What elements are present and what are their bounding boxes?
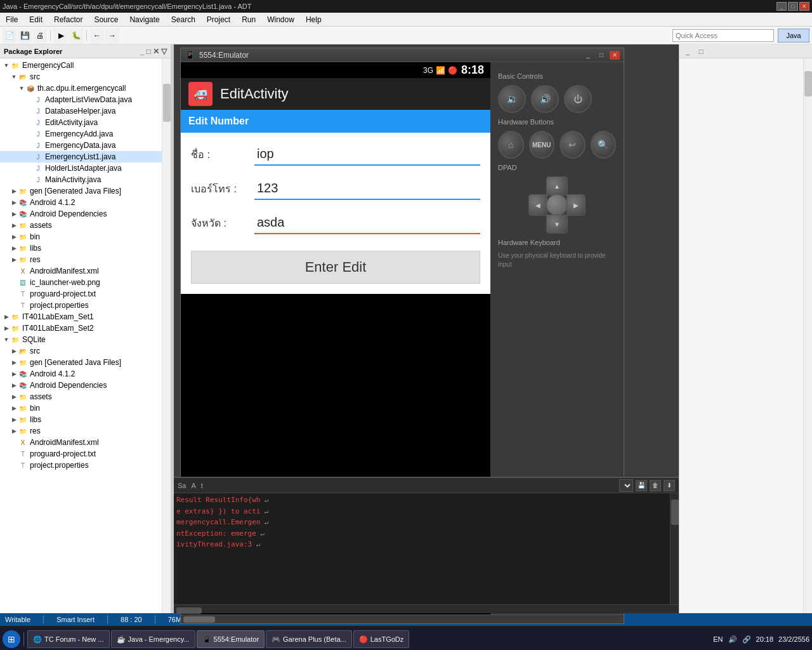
menu-edit[interactable]: Edit [26,14,46,25]
menu-project[interactable]: Project [204,14,233,25]
power-btn[interactable]: ⏻ [564,85,592,113]
log-vscrollbar[interactable] [670,493,679,604]
run-btn[interactable]: ▶ [54,29,68,43]
tree-item-ic-launcher[interactable]: 🖼 ic_launcher-web.png [0,277,162,288]
tree-item-emergencyadd[interactable]: J EmergencyAdd.java [0,128,162,140]
start-button[interactable]: ⊞ [3,630,20,648]
province-input[interactable] [254,211,480,234]
tree-item-it401-1[interactable]: ▶ 📁 IT401LabExam_Set1 [0,311,162,322]
tree-item-project-props[interactable]: T project.properties [0,300,162,311]
tree-item-emergencydata[interactable]: J EmergencyData.java [0,140,162,151]
lib-icon: 📚 [18,197,28,208]
dpad-center-btn[interactable] [546,194,568,216]
back-btn[interactable]: ↩ [560,131,586,159]
menu-help[interactable]: Help [303,14,325,25]
emu-restore-btn[interactable]: □ [596,51,606,60]
clear-log-btn[interactable]: 🗑 [650,480,661,491]
pe-menu-icon[interactable]: ▽ [161,47,167,56]
menu-refactor[interactable]: Refactor [51,14,86,25]
tree-item-res[interactable]: ▶ 📁 res [0,254,162,265]
tree-item-assets[interactable]: ▶ 📁 assets [0,220,162,231]
tree-item-mainactivity[interactable]: J MainActivity.java [0,174,162,185]
save-log-btn[interactable]: 💾 [636,480,647,491]
emu-minimize-btn[interactable]: _ [583,51,593,60]
dpad-up-btn[interactable]: ▲ [546,176,568,196]
dpad-left-btn[interactable]: ◀ [528,194,547,216]
menu-run[interactable]: Run [239,14,259,25]
menu-source[interactable]: Source [91,14,121,25]
enter-edit-button[interactable]: Enter Edit [191,251,480,284]
emu-close-btn[interactable]: ✕ [610,51,620,60]
tree-item-sqlite-android412[interactable]: ▶ 📚 Android 4.1.2 [0,368,162,380]
search-btn[interactable]: 🔍 [591,131,617,159]
console-label2: A [191,482,195,489]
pe-scrollbar[interactable] [162,58,171,613]
name-input[interactable] [254,143,480,166]
tree-item-manifest[interactable]: X AndroidManifest.xml [0,265,162,277]
tree-item-sqlite[interactable]: ▼ 📁 SQLite [0,334,162,345]
phone-input[interactable] [254,177,480,200]
tree-item-sqlite-proguard[interactable]: T proguard-project.txt [0,448,162,460]
tree-item-emergencylist[interactable]: J EmergencyList1.java [0,151,162,162]
tree-item-libs[interactable]: ▶ 📁 libs [0,242,162,254]
tree-item-proguard[interactable]: T proguard-project.txt [0,288,162,300]
tree-item-it401-2[interactable]: ▶ 📁 IT401LabExam_Set2 [0,322,162,334]
home-btn[interactable]: ⌂ [498,131,524,159]
rp-minimize-btn[interactable]: _ [682,46,693,57]
tree-item-android-deps[interactable]: ▶ 📚 Android Dependencies [0,208,162,220]
tree-item-sqlite-src[interactable]: ▶ 📂 src [0,345,162,357]
tree-item-dbhelper[interactable]: J DatabaseHelper.java [0,105,162,117]
tree-item-sqlite-bin[interactable]: ▶ 📁 bin [0,402,162,414]
tree-item-sqlite-gen[interactable]: ▶ 📁 gen [Generated Java Files] [0,357,162,368]
tree-item-holderlist[interactable]: J HolderListAdapter.java [0,162,162,174]
tree-item-sqlite-deps[interactable]: ▶ 📚 Android Dependencies [0,380,162,391]
log-hscrollbar[interactable] [174,604,679,613]
tree-item-gen[interactable]: ▶ 📁 gen [Generated Java Files] [0,185,162,197]
back-btn[interactable]: ← [90,29,104,43]
tree-item-editactivity[interactable]: J EditActivity.java [0,117,162,128]
menu-file[interactable]: File [3,14,21,25]
quick-access-input[interactable] [672,29,774,42]
new-file-btn[interactable]: 📄 [3,29,16,43]
right-vscrollbar[interactable] [803,58,812,613]
tree-item-package[interactable]: ▼ 📦 th.ac.dpu.it.emergencycall [0,83,162,94]
save-btn[interactable]: 💾 [18,29,32,43]
tree-item-sqlite-props[interactable]: T project.properties [0,460,162,471]
close-btn[interactable]: ✕ [799,2,809,11]
print-btn[interactable]: 🖨 [33,29,47,43]
tree-item-src[interactable]: ▼ 📂 src [0,71,162,83]
maximize-btn[interactable]: □ [788,2,798,11]
log-filter-select[interactable]: verbose [619,479,633,492]
scroll-log-btn[interactable]: ⬇ [664,480,675,491]
tree-item-android412[interactable]: ▶ 📚 Android 4.1.2 [0,197,162,208]
tree-item-adapter[interactable]: J AdapterListViewData.java [0,94,162,105]
forward-btn[interactable]: → [105,29,119,43]
tree-item-sqlite-manifest[interactable]: X AndroidManifest.xml [0,437,162,448]
volume-up-btn[interactable]: 🔊 [531,85,559,113]
debug-btn[interactable]: 🐛 [69,29,83,43]
tree-item-emergencycall[interactable]: ▼ 📁 EmergencyCall [0,60,162,71]
taskbar-item-lastgodz[interactable]: 🔴 LasTGoDz [353,630,410,648]
menu-window[interactable]: Window [264,14,298,25]
tree-item-sqlite-libs[interactable]: ▶ 📁 libs [0,414,162,425]
volume-down-btn[interactable]: 🔉 [498,85,526,113]
emulator-hscrollbar[interactable] [181,614,624,623]
tree-item-sqlite-assets[interactable]: ▶ 📁 assets [0,391,162,402]
minimize-btn[interactable]: _ [776,2,787,11]
pe-minimize-icon[interactable]: _ [140,47,145,56]
menu-search[interactable]: Search [168,14,199,25]
pe-maximize-icon[interactable]: □ [147,47,151,56]
menu-btn[interactable]: MENU [529,131,555,159]
pe-close-icon[interactable]: ✕ [153,47,159,56]
taskbar-item-java[interactable]: ☕ Java - Emergency... [111,630,195,648]
taskbar-item-garena[interactable]: 🎮 Garena Plus (Beta... [266,630,352,648]
tree-item-sqlite-res[interactable]: ▶ 📁 res [0,425,162,437]
dpad-down-btn[interactable]: ▼ [546,215,568,234]
rp-maximize-btn[interactable]: □ [695,46,707,57]
tree-item-bin[interactable]: ▶ 📁 bin [0,231,162,242]
taskbar-item-emulator[interactable]: 📱 5554:Emulator [197,630,265,648]
menu-navigate[interactable]: Navigate [126,14,162,25]
java-perspective-btn[interactable]: Java [778,29,809,43]
dpad-right-btn[interactable]: ▶ [566,194,586,216]
taskbar-item-browser[interactable]: 🌐 TC Forum - New ... [27,630,110,648]
